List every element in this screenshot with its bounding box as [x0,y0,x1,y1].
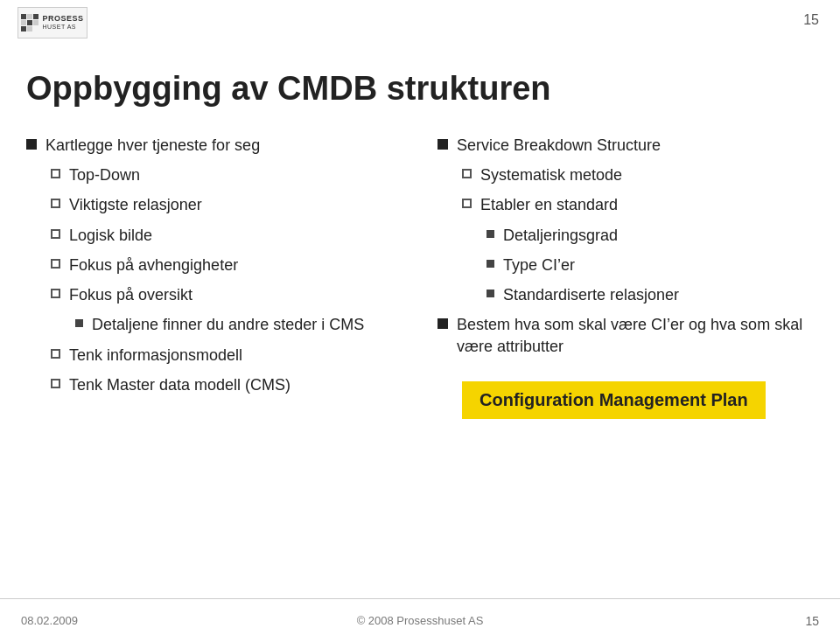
bullet-square-open-r1 [462,169,472,178]
bullet-square-small-r4 [486,260,494,268]
slide-number-top: 15 [803,12,819,28]
left-item-7: Tenk informasjonsmodell [26,345,402,366]
left-item-8-text: Tenk Master data modell (CMS) [69,374,402,395]
logo-area: PROSESS HUSET AS [18,7,88,38]
right-item-1: Systematisk metode [438,164,814,185]
bullet-square-filled-r6 [438,318,448,329]
right-item-4: Type CI’er [438,255,814,276]
bullet-square-filled [26,139,37,150]
bullet-square-open [51,199,60,208]
bullet-square-open [51,289,60,298]
left-item-3-text: Logisk bilde [69,225,402,246]
bullet-square-open [51,259,60,269]
bullet-square-filled-right [438,139,448,150]
column-right: Service Breakdown Structure Systematisk … [429,135,814,419]
left-item-8: Tenk Master data modell (CMS) [26,374,402,395]
slide-title: Oppbygging av CMDB strukturen [26,70,814,108]
bullet-square-open [51,349,60,359]
right-item-1-text: Systematisk metode [480,164,814,185]
logo-text: PROSESS HUSET AS [42,15,83,31]
right-item-3: Detaljeringsgrad [438,225,814,246]
column-left: Kartlegge hver tjeneste for seg Top-Down… [26,135,411,405]
bullet-square-small-r3 [486,230,494,238]
logo-box: PROSESS HUSET AS [18,7,88,38]
footer-date: 08.02.2009 [21,614,78,627]
config-box: Configuration Management Plan [462,381,766,419]
right-item-6-text: Bestem hva som skal være CI’er og hva so… [457,314,814,357]
left-item-5: Fokus på oversikt [26,284,402,305]
bullet-square-small [75,319,83,327]
left-item-5-text: Fokus på oversikt [69,284,402,305]
right-item-4-text: Type CI’er [503,255,814,276]
slide: PROSESS HUSET AS 15 Oppbygging av CMDB s… [0,0,840,642]
two-columns: Kartlegge hver tjeneste for seg Top-Down… [26,135,814,419]
left-item-1-text: Top-Down [69,164,402,185]
right-item-5-text: Standardiserte relasjoner [503,284,814,305]
right-item-2-text: Etabler en standard [480,194,814,215]
footer-page: 15 [805,614,819,628]
logo-name: PROSESS [42,15,83,24]
left-item-4-text: Fokus på avhengigheter [69,255,402,276]
left-item-2: Viktigste relasjoner [26,194,402,215]
right-item-2: Etabler en standard [438,194,814,215]
right-heading-text: Service Breakdown Structure [457,135,814,156]
right-item-6: Bestem hva som skal være CI’er og hva so… [438,314,814,357]
left-item-6: Detaljene finner du andre steder i CMS [26,314,402,335]
bullet-square-open-r2 [462,199,472,208]
left-item-2-text: Viktigste relasjoner [69,194,402,215]
right-heading: Service Breakdown Structure [438,135,814,156]
logo-sub: HUSET AS [42,24,83,31]
left-item-7-text: Tenk informasjonsmodell [69,345,402,366]
left-item-6-text: Detaljene finner du andre steder i CMS [92,314,402,335]
right-item-5: Standardiserte relasjoner [438,284,814,305]
footer: 08.02.2009 © 2008 Prosesshuset AS 15 [0,598,840,642]
bullet-square-open [51,379,60,388]
bullet-square-small-r5 [486,290,494,297]
right-item-3-text: Detaljeringsgrad [503,225,814,246]
left-item-3: Logisk bilde [26,225,402,246]
bullet-square-open [51,169,60,178]
left-item-1: Top-Down [26,164,402,185]
logo-grid [21,14,38,31]
left-item-4: Fokus på avhengigheter [26,255,402,276]
left-heading-text: Kartlegge hver tjeneste for seg [46,135,402,156]
left-heading: Kartlegge hver tjeneste for seg [26,135,402,156]
bullet-square-open [51,229,60,239]
footer-copyright: © 2008 Prosesshuset AS [357,614,484,627]
main-content: Oppbygging av CMDB strukturen Kartlegge … [0,52,840,590]
